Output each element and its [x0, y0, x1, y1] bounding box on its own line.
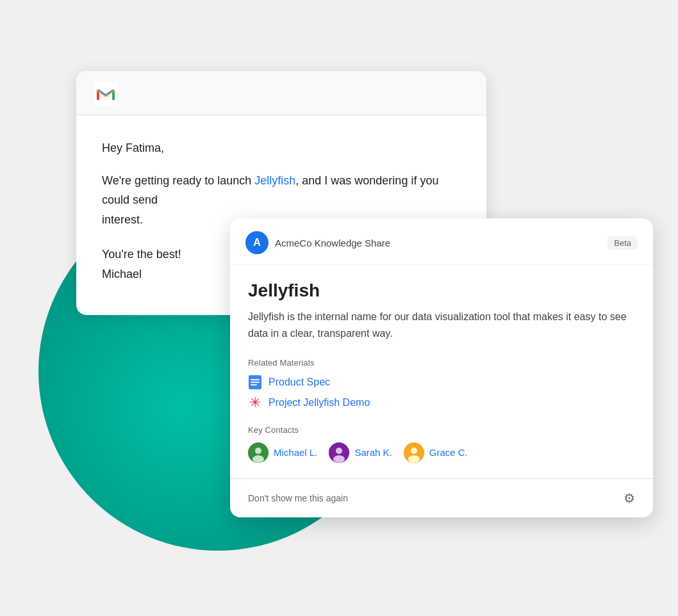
- kp-description: Jellyfish is the internal name for our d…: [248, 309, 635, 343]
- kp-key-contacts: Key Contacts Michael L.: [248, 425, 635, 463]
- kp-body: Jellyfish Jellyfish is the internal name…: [230, 265, 653, 463]
- gear-icon[interactable]: ⚙: [624, 490, 635, 506]
- avatar-grace: [404, 442, 424, 463]
- svg-point-11: [336, 448, 342, 454]
- kp-org-name: AcmeCo Knowledge Share: [275, 238, 601, 248]
- contact-michael-name: Michael L.: [274, 447, 317, 458]
- contact-sarah[interactable]: Sarah K.: [329, 442, 392, 463]
- gmail-logo-icon: [94, 83, 117, 106]
- svg-point-9: [252, 455, 264, 463]
- svg-point-15: [408, 455, 420, 463]
- list-item[interactable]: ✳ Project Jellyfish Demo: [248, 396, 635, 410]
- contact-grace-name: Grace C.: [429, 447, 468, 458]
- kp-footer: Don't show me this again ⚙: [230, 478, 653, 517]
- contact-grace[interactable]: Grace C.: [404, 442, 468, 463]
- jellyfish-link[interactable]: Jellyfish: [254, 174, 295, 187]
- kp-contacts-label: Key Contacts: [248, 425, 635, 435]
- kp-dismiss-text[interactable]: Don't show me this again: [248, 493, 348, 503]
- project-demo-label: Project Jellyfish Demo: [269, 397, 370, 409]
- kp-related-materials-label: Related Materials: [248, 358, 635, 368]
- kp-beta-badge: Beta: [608, 236, 638, 250]
- avatar-sarah: [329, 442, 349, 463]
- avatar-michael: [248, 442, 269, 463]
- svg-point-8: [255, 448, 261, 454]
- scene-container: Hey Fatima, We're getting ready to launc…: [51, 45, 627, 571]
- knowledge-panel: A AcmeCo Knowledge Share Beta Jellyfish …: [230, 218, 653, 517]
- product-spec-label: Product Spec: [269, 377, 330, 388]
- kp-header: A AcmeCo Knowledge Share Beta: [230, 218, 653, 265]
- gmail-greeting: Hey Fatima,: [102, 138, 461, 158]
- svg-rect-6: [251, 384, 257, 385]
- svg-rect-4: [251, 379, 260, 380]
- svg-point-14: [411, 448, 417, 454]
- gmail-body-truncated: interest.: [102, 213, 143, 226]
- svg-rect-5: [251, 382, 260, 383]
- contact-sarah-name: Sarah K.: [354, 447, 392, 458]
- kp-related-materials: Related Materials Product Spec: [248, 358, 635, 410]
- svg-point-12: [333, 455, 345, 463]
- list-item[interactable]: Product Spec: [248, 375, 635, 389]
- kp-entity-name: Jellyfish: [248, 280, 635, 301]
- asterisk-icon: ✳: [248, 396, 262, 410]
- gmail-header: [76, 71, 486, 115]
- kp-org-avatar: A: [245, 231, 269, 254]
- gmail-body-part1: We're getting ready to launch: [102, 174, 254, 187]
- contact-michael[interactable]: Michael L.: [248, 442, 317, 463]
- docs-icon: [248, 375, 262, 389]
- kp-contacts-row: Michael L. Sarah K.: [248, 442, 635, 463]
